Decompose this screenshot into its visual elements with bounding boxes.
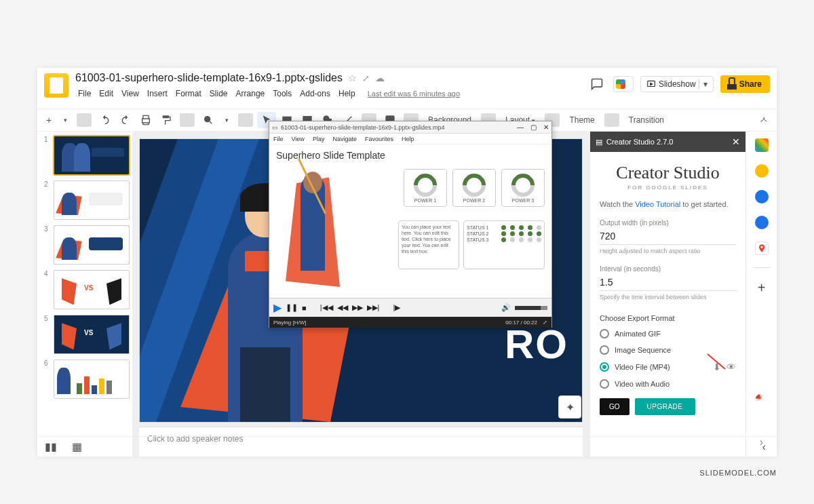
power-1: POWER 1 bbox=[404, 169, 447, 207]
undo-icon[interactable] bbox=[96, 112, 115, 128]
forward-icon[interactable]: ▶▶ bbox=[352, 303, 363, 312]
menu-format[interactable]: Format bbox=[173, 88, 204, 100]
watermark: SLIDEMODEL.COM bbox=[699, 469, 777, 477]
share-button[interactable]: Share bbox=[720, 75, 770, 93]
cloud-icon[interactable]: ☁ bbox=[375, 73, 385, 83]
menu-edit[interactable]: Edit bbox=[96, 88, 116, 100]
slideshow-dropdown-icon[interactable]: ▾ bbox=[699, 79, 708, 89]
thumbnail-1[interactable] bbox=[54, 136, 130, 175]
interval-label: Interval (in seconds) bbox=[600, 265, 736, 273]
video-status-box: STATUS 1 STATUS 2 STATUS 3 bbox=[463, 220, 545, 269]
menu-slide[interactable]: Slide bbox=[207, 88, 231, 100]
interval-hint: Specify the time interval between slides bbox=[600, 294, 736, 301]
stop-icon[interactable]: ■ bbox=[302, 304, 307, 312]
player-app-icon: ▭ bbox=[272, 124, 278, 131]
addon-intro: Watch the Video Tutorial to get started. bbox=[600, 200, 736, 208]
thumbnail-3[interactable] bbox=[54, 225, 130, 265]
player-menu-play[interactable]: Play bbox=[313, 136, 325, 142]
comments-icon[interactable] bbox=[587, 75, 606, 94]
menu-arrange[interactable]: Arrange bbox=[233, 88, 268, 100]
last-edit[interactable]: Last edit was 6 minutes ago bbox=[365, 88, 463, 99]
player-menu-navigate[interactable]: Navigate bbox=[332, 136, 357, 142]
addon-menu-icon[interactable]: ▤ bbox=[596, 138, 602, 147]
power-3: POWER 3 bbox=[501, 169, 545, 207]
format-mp4[interactable]: Video File (MP4) ⬇👁 bbox=[600, 362, 736, 372]
step-icon[interactable]: |▶ bbox=[393, 303, 400, 312]
svg-point-1 bbox=[205, 117, 210, 122]
interval-input[interactable]: 1.5 bbox=[600, 274, 736, 291]
addon-brand-subtitle: FOR GOOGLE SLIDES bbox=[600, 185, 736, 191]
go-button[interactable]: GO bbox=[600, 398, 629, 415]
add-addon-icon[interactable]: + bbox=[758, 280, 766, 296]
volume-icon[interactable]: 🔊 bbox=[501, 303, 511, 312]
move-icon[interactable]: ⤢ bbox=[362, 73, 370, 83]
play-icon[interactable]: ▶ bbox=[273, 301, 282, 314]
video-tutorial-link[interactable]: Video Tutorial bbox=[635, 200, 680, 208]
transition-button[interactable]: Transition bbox=[623, 113, 670, 128]
thumbnail-4[interactable]: VS bbox=[54, 270, 130, 309]
minimize-icon[interactable]: — bbox=[517, 123, 524, 131]
toolbar-collapse-icon[interactable]: ㅅ bbox=[755, 111, 773, 129]
new-slide-dropdown-icon[interactable]: ▾ bbox=[58, 114, 73, 126]
maps-icon[interactable] bbox=[755, 241, 769, 255]
power-2: POWER 2 bbox=[452, 169, 496, 207]
player-menu-favourites[interactable]: Favourites bbox=[365, 136, 393, 142]
star-icon[interactable]: ☆ bbox=[348, 73, 357, 83]
explore-button[interactable]: ✦ bbox=[558, 395, 581, 419]
redo-icon[interactable] bbox=[116, 112, 135, 128]
paint-format-icon[interactable] bbox=[157, 112, 176, 128]
media-player-window[interactable]: ▭ 61003-01-superhero-slide-template-16x9… bbox=[269, 121, 552, 328]
width-input[interactable]: 720 bbox=[600, 228, 736, 245]
keep-icon[interactable] bbox=[755, 164, 769, 178]
thumbnail-5[interactable]: VS bbox=[54, 315, 130, 354]
close-addon-icon[interactable]: ✕ bbox=[732, 136, 740, 147]
fullscreen-icon[interactable]: ⤢ bbox=[543, 319, 547, 326]
slideshow-button[interactable]: Slideshow ▾ bbox=[640, 76, 714, 92]
close-window-icon[interactable]: ✕ bbox=[543, 123, 549, 131]
format-gif[interactable]: Animated GIF bbox=[600, 329, 736, 338]
player-controls: ▶ ❚❚ ■ |◀◀ ◀◀ ▶▶ ▶▶| |▶ 🔊 bbox=[269, 298, 551, 317]
tasks-icon[interactable] bbox=[755, 190, 769, 203]
volume-slider[interactable] bbox=[515, 306, 547, 310]
video-slide-title: Superhero Slide Template bbox=[276, 150, 545, 161]
svg-point-7 bbox=[760, 246, 762, 248]
grid-view-icon[interactable]: ▦ bbox=[69, 440, 85, 453]
zoom-icon[interactable] bbox=[199, 112, 218, 128]
format-label: Choose Export Format bbox=[600, 314, 736, 322]
addon-brand: Creator Studio bbox=[616, 163, 719, 183]
menu-view[interactable]: View bbox=[119, 88, 142, 100]
menu-tools[interactable]: Tools bbox=[270, 88, 294, 100]
thumbnail-6[interactable] bbox=[54, 360, 130, 399]
new-slide-icon[interactable]: + bbox=[41, 112, 56, 128]
menu-file[interactable]: File bbox=[75, 88, 94, 100]
view-bar: ▮▮ ▦ ‹ bbox=[37, 436, 777, 457]
meet-icon[interactable] bbox=[613, 76, 634, 92]
pause-icon[interactable]: ❚❚ bbox=[286, 303, 298, 312]
format-audio[interactable]: Video with Audio bbox=[600, 379, 736, 389]
zoom-dropdown-icon[interactable]: ▾ bbox=[219, 114, 234, 126]
contacts-icon[interactable] bbox=[755, 216, 769, 229]
player-menu-help[interactable]: Help bbox=[402, 136, 414, 142]
filmstrip-view-icon[interactable]: ▮▮ bbox=[43, 440, 59, 453]
calendar-icon[interactable] bbox=[755, 138, 769, 152]
thumbnail-2[interactable] bbox=[54, 180, 130, 220]
rewind-icon[interactable]: ◀◀ bbox=[337, 303, 348, 312]
slides-logo[interactable] bbox=[44, 73, 69, 98]
filmstrip: 1 2 3 4 VS 5 VS 6 bbox=[37, 132, 132, 457]
doc-title[interactable]: 61003-01-superhero-slide-template-16x9-1… bbox=[75, 72, 343, 84]
print-icon[interactable] bbox=[136, 112, 155, 128]
prev-track-icon[interactable]: |◀◀ bbox=[320, 303, 333, 312]
theme-button[interactable]: Theme bbox=[564, 113, 600, 128]
video-textbox: You can place your text here. You can ed… bbox=[398, 220, 459, 269]
player-menu-file[interactable]: File bbox=[273, 136, 284, 142]
format-imgseq[interactable]: Image Sequence bbox=[600, 345, 736, 355]
collapse-filmstrip-icon[interactable]: ‹ bbox=[762, 441, 771, 453]
menu-addons[interactable]: Add-ons bbox=[297, 88, 333, 100]
upgrade-button[interactable]: UPGRADE bbox=[635, 398, 695, 415]
player-menu-view[interactable]: View bbox=[292, 136, 305, 142]
maximize-icon[interactable]: ▢ bbox=[530, 123, 537, 131]
next-track-icon[interactable]: ▶▶| bbox=[367, 303, 380, 312]
menu-insert[interactable]: Insert bbox=[144, 88, 170, 100]
menu-help[interactable]: Help bbox=[336, 88, 358, 100]
preview-icon[interactable]: 👁 bbox=[726, 362, 736, 372]
